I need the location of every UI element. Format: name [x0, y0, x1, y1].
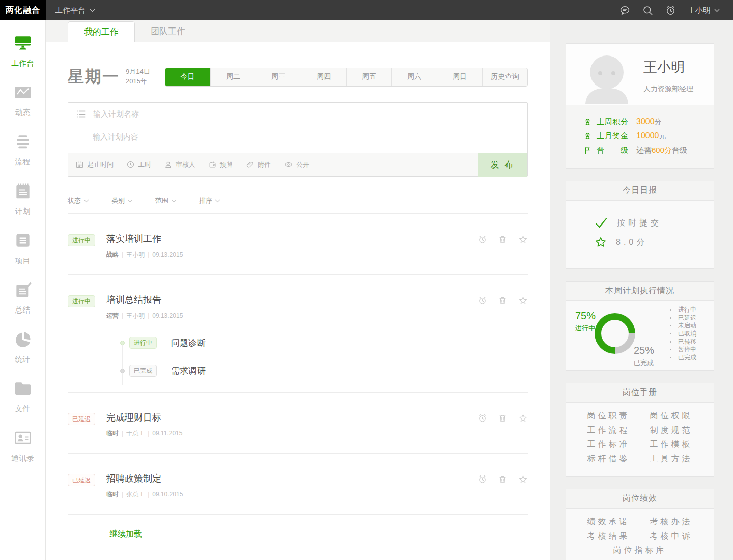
chevron-down-icon [215, 199, 220, 203]
trash-icon[interactable] [498, 235, 508, 244]
day-button-sat[interactable]: 周六 [391, 68, 437, 86]
star-icon[interactable] [518, 474, 528, 484]
remind-icon[interactable] [477, 474, 487, 484]
day-button-today[interactable]: 今日 [165, 68, 210, 87]
handbook-link[interactable]: 标杆借鉴 [587, 452, 630, 466]
day-button-fri[interactable]: 周五 [346, 68, 391, 86]
sidebar-item-summary[interactable]: 总结 [13, 279, 33, 315]
reviewer-tool[interactable]: 审核人 [164, 160, 195, 170]
budget-tool[interactable]: 预算 [208, 160, 233, 170]
handbook-link[interactable]: 岗位职责 [587, 409, 630, 423]
sidebar-item-files[interactable]: 文件 [13, 378, 33, 414]
performance-link[interactable]: 绩效承诺 [587, 515, 630, 529]
sidebar-item-contacts[interactable]: 通讯录 [11, 428, 34, 463]
status-badge: 进行中 [68, 295, 95, 307]
performance-link[interactable]: 考核办法 [650, 515, 693, 529]
sidebar-item-label: 流程 [15, 157, 31, 167]
day-button-tue[interactable]: 周二 [210, 68, 256, 86]
task-meta: 战略|王小明|09.13.2015 [106, 250, 183, 259]
medal-icon [583, 132, 592, 141]
avatar [582, 53, 631, 104]
check-icon [595, 217, 608, 229]
chevron-down-icon [714, 9, 720, 12]
task-title[interactable]: 招聘政策制定 [106, 474, 183, 483]
handbook-link[interactable]: 工作模板 [650, 437, 693, 452]
legend-bullet [670, 333, 671, 334]
remind-icon[interactable] [477, 413, 487, 423]
star-icon[interactable] [518, 296, 528, 305]
search-icon[interactable] [642, 5, 654, 16]
sidebar-item-workbench[interactable]: 工作台 [11, 33, 34, 68]
handbook-card: 岗位手册 岗位职责 岗位权限 工作流程 制度规范 工作标准 工作模板 标杆借鉴 … [566, 383, 714, 477]
task-title[interactable]: 落实培训工作 [106, 234, 183, 243]
sidebar-item-plan[interactable]: 计划 [13, 181, 33, 216]
sidebar-item-project[interactable]: 项目 [13, 230, 33, 266]
performance-link[interactable]: 岗位指标库 [613, 543, 667, 557]
task-actions [477, 296, 528, 305]
plan-content-input[interactable] [68, 125, 527, 153]
plan-notepad-icon [13, 181, 33, 201]
subtask-title[interactable]: 问题诊断 [171, 337, 206, 349]
star-icon[interactable] [518, 235, 528, 244]
sidebar-item-statistics[interactable]: 统计 [13, 329, 33, 365]
handbook-link[interactable]: 工具方法 [650, 452, 693, 466]
folder-icon [13, 379, 33, 398]
list-icon [75, 108, 87, 120]
chevron-down-icon [83, 199, 89, 203]
workbench-icon [13, 33, 33, 52]
handbook-link[interactable]: 工作流程 [587, 423, 630, 437]
publish-button[interactable]: 发 布 [478, 153, 527, 177]
task-meta: 运营|王小明|09.13.2015 [106, 312, 183, 320]
medal-icon [583, 118, 592, 126]
filter-status[interactable]: 状态 [68, 196, 89, 205]
plan-name-input[interactable] [93, 109, 520, 118]
task-row: 进行中 落实培训工作 战略|王小明|09.13.2015 [68, 214, 528, 275]
task-row: 已延迟 招聘政策制定 临时|张总工|09.10.2015 [68, 454, 528, 515]
donut-chart-area: 75% 进行中 25% 已完成 进行中 已延迟 未启动 已取消 已转移 暂停中 … [566, 301, 714, 370]
handbook-link[interactable]: 制度规范 [650, 423, 693, 437]
user-menu[interactable]: 王小明 [688, 6, 720, 15]
profile-role: 人力资源部经理 [643, 85, 693, 94]
day-button-thu[interactable]: 周四 [301, 68, 346, 86]
trash-icon[interactable] [498, 413, 508, 423]
performance-link[interactable]: 考核结果 [587, 529, 630, 543]
filter-sort[interactable]: 排序 [199, 196, 220, 205]
app-switcher[interactable]: 工作平台 [55, 0, 95, 20]
work-hours-tool[interactable]: 工时 [126, 160, 151, 170]
sidebar-item-activity[interactable]: 动态 [13, 82, 33, 118]
attachment-tool[interactable]: 附件 [246, 160, 271, 170]
filter-scope[interactable]: 范围 [155, 196, 177, 205]
public-tool[interactable]: 公开 [284, 160, 309, 170]
tab-team-work[interactable]: 团队工作 [135, 21, 201, 42]
report-score-row: 8.0分 [595, 236, 714, 248]
filter-bar: 状态 类别 范围 排序 [68, 196, 528, 214]
chart-legend: 进行中 已延迟 未启动 已取消 已转移 暂停中 已完成 [670, 306, 696, 361]
timeline-dot [120, 341, 125, 345]
filter-category[interactable]: 类别 [111, 196, 133, 205]
alarm-icon[interactable] [665, 5, 676, 16]
day-button-wed[interactable]: 周三 [256, 68, 301, 86]
handbook-link[interactable]: 岗位权限 [650, 409, 693, 423]
trash-icon[interactable] [498, 474, 508, 484]
work-tabs: 我的工作 团队工作 [46, 20, 550, 42]
message-icon[interactable] [619, 5, 631, 16]
performance-link[interactable]: 考核申诉 [650, 529, 693, 543]
task-title[interactable]: 培训总结报告 [106, 295, 183, 304]
subtask-title[interactable]: 需求调研 [171, 365, 206, 377]
date-range-tool[interactable]: 起止时间 [75, 160, 114, 170]
remind-icon[interactable] [477, 235, 487, 244]
load-more-link[interactable]: 继续加载 [109, 529, 142, 538]
history-query-button[interactable]: 历史查询 [482, 68, 527, 86]
legend-bullet [670, 325, 671, 326]
composer-toolbar: 起止时间 工时 审核人 预算 [68, 153, 527, 176]
handbook-link[interactable]: 工作标准 [587, 437, 630, 452]
remind-icon[interactable] [477, 296, 487, 305]
tab-my-work[interactable]: 我的工作 [68, 21, 135, 42]
stat-row-promotion: 晋级 还需600分晋级 [583, 146, 714, 155]
main-column: 我的工作 团队工作 星期一 9月14日 2015年 今日 周二 周三 周四 周五… [46, 20, 550, 560]
trash-icon[interactable] [498, 296, 508, 305]
day-button-sun[interactable]: 周日 [437, 68, 482, 86]
star-icon[interactable] [518, 413, 528, 423]
sidebar-item-workflow[interactable]: 流程 [13, 131, 33, 167]
task-title[interactable]: 完成理财目标 [106, 413, 182, 422]
